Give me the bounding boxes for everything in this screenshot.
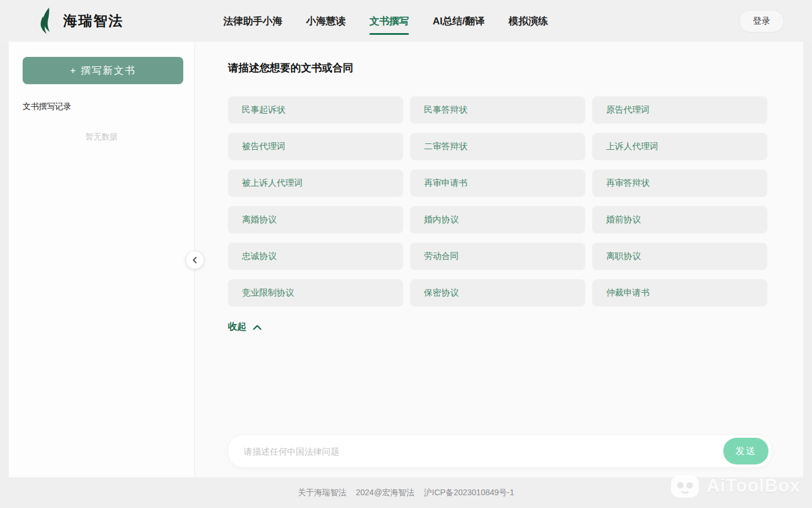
- doc-type-arbitration-application[interactable]: 仲裁申请书: [592, 279, 767, 307]
- brand-logo-icon: [38, 8, 56, 35]
- doc-type-loyalty-agreement[interactable]: 忠诚协议: [228, 243, 403, 270]
- doc-type-resignation-agreement[interactable]: 离职协议: [592, 243, 767, 270]
- sidebar: + 撰写新文书 文书撰写记录 暂无数据: [9, 42, 195, 477]
- chevron-up-icon: [253, 325, 262, 330]
- doc-type-grid: 民事起诉状 民事答辩状 原告代理词 被告代理词 二审答辩状 上诉人代理词 被上诉…: [228, 96, 767, 307]
- doc-type-civil-defense[interactable]: 民事答辩状: [410, 96, 585, 124]
- chat-input-bar: 发送: [227, 434, 773, 468]
- main-content: 请描述您想要的文书或合同 民事起诉状 民事答辩状 原告代理词 被告代理词 二审答…: [195, 42, 803, 477]
- doc-type-divorce-agreement[interactable]: 离婚协议: [228, 206, 403, 233]
- page-footer: 关于海瑞智法 2024@宏海智法 沪ICP备2023010849号-1: [0, 477, 812, 508]
- tab-ai-summary-translation[interactable]: AI总结/翻译: [433, 0, 485, 42]
- new-document-button[interactable]: + 撰写新文书: [23, 57, 183, 84]
- doc-type-civil-complaint[interactable]: 民事起诉状: [228, 96, 403, 124]
- footer-about-link[interactable]: 关于海瑞智法: [298, 488, 346, 498]
- doc-type-nda[interactable]: 保密协议: [410, 279, 585, 307]
- doc-type-prenuptial-agreement[interactable]: 婚前协议: [592, 206, 767, 233]
- footer-icp-number: 沪ICP备2023010849号-1: [424, 488, 514, 498]
- doc-type-plaintiff-argument[interactable]: 原告代理词: [592, 96, 767, 124]
- doc-type-retrial-defense[interactable]: 再审答辩状: [592, 170, 767, 197]
- doc-type-second-instance-defense[interactable]: 二审答辩状: [410, 133, 585, 160]
- tab-document-drafting[interactable]: 文书撰写: [369, 0, 409, 42]
- question-input[interactable]: [228, 435, 723, 467]
- empty-state-text: 暂无数据: [9, 132, 194, 142]
- brand-title: 海瑞智法: [63, 12, 124, 30]
- page-title: 请描述您想要的文书或合同: [228, 61, 353, 75]
- doc-type-marital-agreement[interactable]: 婚内协议: [410, 206, 585, 233]
- chevron-left-icon: [191, 257, 198, 264]
- history-section-title: 文书撰写记录: [23, 102, 71, 112]
- doc-type-labor-contract[interactable]: 劳动合同: [410, 243, 585, 270]
- collapse-grid-link[interactable]: 收起: [228, 321, 262, 333]
- tab-smart-reading[interactable]: 小海慧读: [306, 0, 346, 42]
- login-button[interactable]: 登录: [739, 10, 784, 33]
- doc-type-appellant-argument[interactable]: 上诉人代理词: [592, 133, 767, 160]
- tab-legal-assistant[interactable]: 法律助手小海: [223, 0, 282, 42]
- main-nav: 法律助手小海 小海慧读 文书撰写 AI总结/翻译 模拟演练: [223, 0, 548, 42]
- doc-type-appellee-argument[interactable]: 被上诉人代理词: [228, 170, 403, 197]
- footer-copyright: 2024@宏海智法: [356, 488, 414, 498]
- doc-type-retrial-application[interactable]: 再审申请书: [410, 170, 585, 197]
- collapse-link-label: 收起: [228, 321, 246, 333]
- brand: 海瑞智法: [38, 0, 124, 42]
- app-header: 海瑞智法 法律助手小海 小海慧读 文书撰写 AI总结/翻译 模拟演练 登录: [0, 0, 812, 42]
- send-button[interactable]: 发送: [723, 438, 768, 464]
- sidebar-collapse-button[interactable]: [186, 251, 204, 269]
- doc-type-defendant-argument[interactable]: 被告代理词: [228, 133, 403, 160]
- doc-type-non-compete-agreement[interactable]: 竞业限制协议: [228, 279, 403, 307]
- tab-mock-practice[interactable]: 模拟演练: [509, 0, 548, 42]
